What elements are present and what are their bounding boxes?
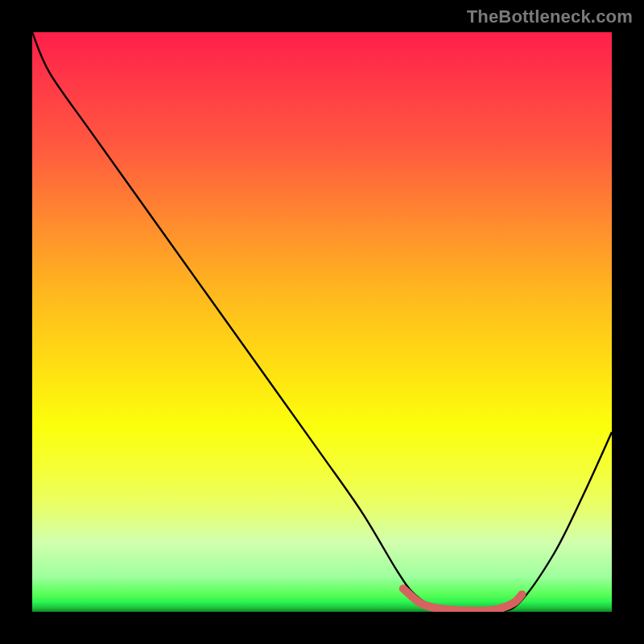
chart-container: TheBottleneck.com xyxy=(0,0,644,644)
plot-area xyxy=(32,32,612,612)
optimal-range-svg xyxy=(32,32,612,612)
optimal-range-highlight xyxy=(403,588,522,610)
watermark-text: TheBottleneck.com xyxy=(467,6,633,27)
